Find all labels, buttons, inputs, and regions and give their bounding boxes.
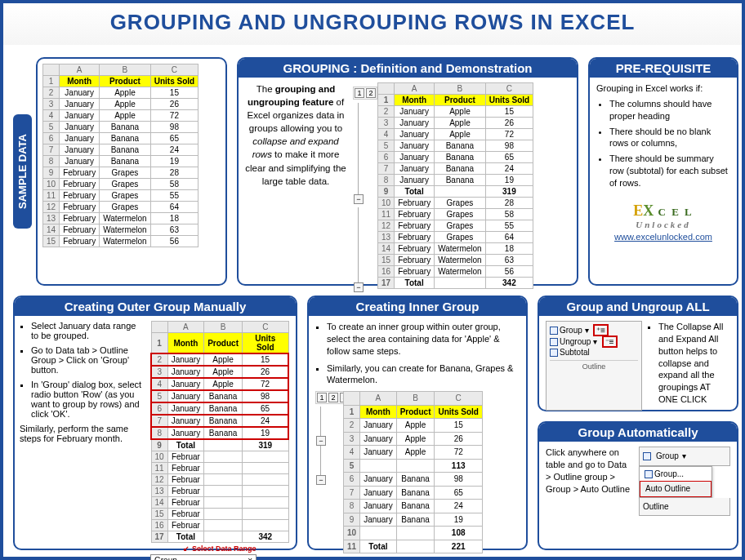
outline-collapse-button-2[interactable]: − <box>354 282 364 292</box>
auto-desc: Click anywhere on table and go to Data >… <box>546 447 634 516</box>
panel-title-outer: Creating Outer Group Manually <box>15 297 296 316</box>
inner-group-table: ABC1MonthProductUnits Sold2JanuaryApple1… <box>343 391 483 553</box>
outer-steps: Select January data range to be grouped.… <box>20 321 144 419</box>
prereq-item: The columns should have proper heading <box>609 98 730 122</box>
prereq-item: There should be no blank rows or columns… <box>609 126 730 150</box>
group-icon <box>550 327 558 335</box>
chevron-down-icon: ▾ <box>682 451 686 462</box>
panel-title-all: Group and Ungroup ALL <box>539 297 737 316</box>
list-item: Select January data range to be grouped. <box>31 321 144 340</box>
outer-note: Similarly, perform the same steps for Fe… <box>20 424 144 443</box>
panel-title-prereq: PRE-REQUISITE <box>590 59 737 78</box>
group-dialog: Group× Group Rows Columns OK Cancel <box>150 554 257 560</box>
dialog-title: Group <box>154 556 177 560</box>
panel-grouping-definition: GROUPING : Definition and Demonstration … <box>237 57 578 286</box>
grouping-desc: The grouping and ungrouping feature of E… <box>243 82 348 289</box>
list-item: To create an inner group within outer gr… <box>327 321 520 358</box>
close-icon[interactable]: × <box>248 556 252 560</box>
all-desc: The Collapse All and Expand All button h… <box>658 321 730 406</box>
grouping-demo-table: ABC1MonthProductUnits Sold2JanuaryApple1… <box>377 82 533 289</box>
menu-group[interactable]: Group... <box>640 467 712 482</box>
group-dropdown-button[interactable]: Group ▾ <box>639 447 730 466</box>
ribbon-subtotal[interactable]: Subtotal <box>560 348 590 357</box>
hide-detail-icon[interactable]: ⁻≡ <box>602 336 618 348</box>
excel-unlocked-logo: EX C E LUnlocked <box>596 201 730 231</box>
prereq-intro: Grouping in Excel works if: <box>596 82 730 95</box>
panel-sample-data: ABC1MonthProductUnits Sold2JanuaryApple1… <box>36 57 227 286</box>
list-item: In 'Group' dialog box, select radio butt… <box>31 380 144 419</box>
list-item: Similarly, you can create for Banana, Gr… <box>327 362 520 387</box>
show-detail-icon[interactable]: ⁺≡ <box>593 324 609 336</box>
prereq-item: There should be summary row (subtotal) f… <box>609 153 730 189</box>
sample-table: ABC1MonthProductUnits Sold2JanuaryApple1… <box>42 64 199 247</box>
panel-prerequisite: PRE-REQUISITE Grouping in Excel works if… <box>588 57 738 286</box>
group-icon <box>643 452 651 460</box>
inner-steps: To create an inner group within outer gr… <box>315 321 520 386</box>
panel-inner-group: Creating Inner Group To create an inner … <box>307 296 528 550</box>
ribbon-section-label: Outline <box>550 360 638 371</box>
panel-group-all: Group and Ungroup ALL Group ▾ ⁺≡ Ungroup… <box>538 296 738 411</box>
panel-title-inner: Creating Inner Group <box>309 297 526 316</box>
panel-title-grouping: GROUPING : Definition and Demonstration <box>239 59 577 78</box>
collapse-button[interactable]: − <box>316 475 326 485</box>
group-dropdown-menu: Group... Auto Outline <box>639 466 712 498</box>
panel-title-auto: Group Automatically <box>539 423 737 442</box>
sample-data-label: SAMPLE DATA <box>13 114 32 229</box>
page-title: GROUPING AND UNGROUPING ROWS IN EXCEL <box>3 10 742 35</box>
outline-level-controls[interactable]: 12 <box>353 87 377 100</box>
ungroup-icon <box>550 338 558 346</box>
menu-auto-outline[interactable]: Auto Outline <box>640 481 712 497</box>
outline-collapse-button[interactable]: − <box>354 194 364 204</box>
ribbon-section-label: Outline <box>639 498 730 517</box>
outer-selection-table: ABC1MonthProductUnits Sold2JanuaryApple1… <box>150 321 289 543</box>
website-link[interactable]: www.excelunlocked.com <box>614 232 712 242</box>
subtotal-icon <box>550 349 558 357</box>
panel-outer-group: Creating Outer Group Manually Select Jan… <box>13 296 297 550</box>
select-data-range-note: ↙ Select Data Range <box>150 544 289 553</box>
collapse-button[interactable]: − <box>316 436 326 446</box>
ribbon-ungroup[interactable]: Ungroup <box>560 337 591 346</box>
panel-auto-group: Group Automatically Click anywhere on ta… <box>538 421 738 550</box>
prereq-list: The columns should have proper heading T… <box>596 98 730 189</box>
ribbon-group[interactable]: Group <box>560 326 582 335</box>
page-title-bar: GROUPING AND UNGROUPING ROWS IN EXCEL <box>3 3 742 45</box>
outline-ribbon: Group ▾ ⁺≡ Ungroup ▾ ⁻≡ Subtotal Outline <box>546 321 642 411</box>
list-item: Go to Data tab > Outline Group > Click o… <box>31 345 144 375</box>
